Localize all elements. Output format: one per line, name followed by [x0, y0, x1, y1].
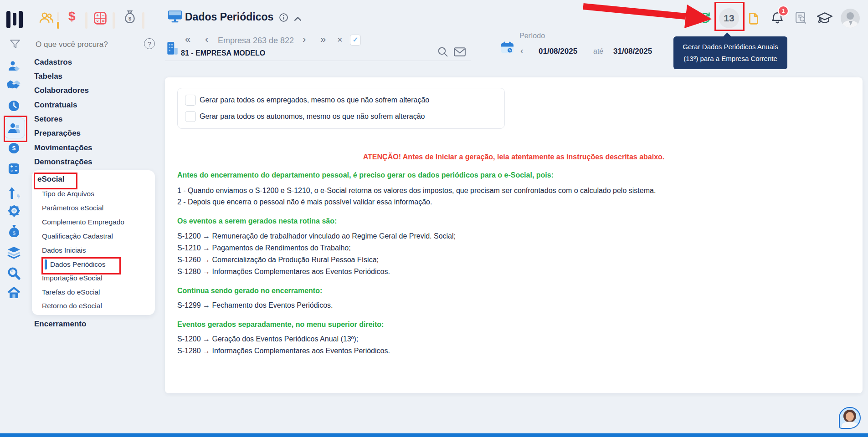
submenu-item-dados-iniciais[interactable]: Dados Iniciais — [42, 246, 86, 254]
logo-bar — [13, 13, 16, 25]
app-logo[interactable] — [6, 11, 27, 29]
graduation-cap-icon[interactable] — [817, 12, 832, 25]
sidebar-item-colaboradores[interactable]: Colaboradores — [34, 86, 89, 95]
info-icon[interactable] — [279, 13, 288, 24]
chat-assistant-avatar[interactable] — [839, 407, 861, 429]
divider — [142, 12, 144, 29]
section-line: S-1280 → Informações Complementares aos … — [177, 347, 390, 355]
attention-notice: ATENÇÃO! Antes de Iniciar a geração, lei… — [165, 153, 863, 161]
company-last-button[interactable]: » — [320, 35, 325, 45]
company-name: 81 - EMPRESA MODELO — [181, 49, 265, 57]
divider — [85, 12, 87, 29]
company-next-button[interactable]: › — [303, 35, 306, 45]
period-separator: até — [593, 47, 603, 56]
main-content-card: Gerar para todos os empregados, mesmo os… — [165, 77, 863, 393]
svg-text:$: $ — [12, 145, 16, 152]
app-window: $ +−×= $ ? $ +−×= % $ — [0, 0, 868, 437]
money-bag-blue-icon[interactable]: $ — [8, 224, 20, 239]
submenu-item-complemento-empregado[interactable]: Complemento Empregado — [42, 218, 124, 226]
company-search-icon[interactable] — [437, 46, 448, 59]
sidebar-item-contratuais[interactable]: Contratuais — [34, 101, 77, 110]
sidebar-item-tabelas[interactable]: Tabelas — [34, 72, 62, 81]
company-prev-button[interactable]: ‹ — [205, 35, 208, 45]
collapse-chevron-icon[interactable] — [294, 15, 302, 23]
sidebar-item-cadastros[interactable]: Cadastros — [34, 58, 72, 67]
checkbox-all-autonomous[interactable] — [185, 111, 196, 122]
monitor-icon — [168, 10, 182, 25]
sidebar-item-demonstracoes[interactable]: Demonstrações — [34, 158, 92, 167]
dollar-circle-icon[interactable]: $ — [8, 142, 20, 156]
help-icon[interactable]: ? — [144, 38, 155, 49]
bottom-bar — [0, 433, 868, 437]
submenu-item-qualificacao-cadastral[interactable]: Qualificação Cadastral — [42, 232, 113, 240]
annotation-box-dados-periodicos — [41, 257, 121, 274]
svg-text:×: × — [96, 19, 99, 24]
growth-percent-icon[interactable]: % — [8, 186, 20, 201]
checkbox-all-autonomous-label: Gerar para todos os autonomos, mesmo os … — [200, 112, 425, 121]
submenu-item-retorno-do-esocial[interactable]: Retorno do eSocial — [42, 302, 102, 310]
calculator-red-icon[interactable]: +−×= — [94, 12, 107, 26]
section-heading: Eventos gerados separadamente, no menu s… — [177, 320, 384, 329]
clock-icon[interactable] — [8, 100, 20, 114]
submenu-item-parametros-esocial[interactable]: Parâmetros eSocial — [42, 204, 103, 212]
notification-badge: 1 — [778, 5, 789, 16]
company-divider — [165, 61, 471, 61]
checkbox-all-employees[interactable] — [185, 95, 196, 106]
period-start-date[interactable]: 01/08/2025 — [539, 47, 577, 56]
period-end-date[interactable]: 31/08/2025 — [613, 47, 652, 56]
sidebar-item-encerramento[interactable]: Encerramento — [34, 320, 86, 329]
divider — [57, 12, 59, 21]
handshake-icon[interactable] — [6, 79, 21, 91]
submenu-item-tarefas-do-esocial[interactable]: Tarefas do eSocial — [42, 288, 100, 296]
team-icon[interactable] — [39, 12, 54, 25]
section-heading: Continua sendo gerado no encerramento: — [177, 287, 322, 295]
section-line: S-1200 → Geração dos Eventos Periódicos … — [177, 335, 358, 343]
section-line: S-1210 → Pagamentos de Rendimentos do Tr… — [177, 244, 351, 252]
avatar-head — [847, 12, 854, 20]
company-close-icon[interactable]: × — [337, 35, 343, 44]
layers-icon[interactable] — [7, 246, 21, 260]
envelope-icon[interactable] — [454, 47, 466, 58]
svg-text:%: % — [17, 193, 20, 199]
gear-plus-icon[interactable] — [8, 204, 21, 219]
page-title: Dados Periódicos — [185, 11, 273, 23]
user-avatar[interactable] — [841, 9, 860, 28]
refresh-icon[interactable] — [699, 12, 711, 26]
magnifier-blue-icon[interactable] — [7, 267, 21, 282]
calculator-blue-icon[interactable]: +−×= — [8, 163, 20, 177]
section-line: S-1280 → Informações Complementares aos … — [177, 268, 390, 276]
section-line: S-1299 → Fechamento dos Eventos Periódic… — [177, 301, 333, 310]
document-search-icon[interactable] — [795, 11, 806, 26]
submenu-item-importacao-esocial[interactable]: Importação eSocial — [42, 274, 103, 282]
search-input[interactable] — [35, 38, 137, 51]
section-line: 1 - Quando enviamos o S-1200 e S-1210, o… — [177, 187, 656, 195]
payroll-dollar-icon[interactable]: $ — [68, 9, 76, 24]
home-icon[interactable] — [7, 287, 21, 301]
calendar-icon — [500, 41, 514, 56]
copy-file-icon[interactable] — [747, 11, 760, 27]
annotation-box-people-icon — [4, 116, 27, 142]
money-bag-gray-icon[interactable]: $ — [124, 10, 136, 25]
svg-text:×: × — [10, 168, 13, 173]
company-filter-checkbox[interactable]: ✓ — [350, 35, 361, 46]
sidebar-item-setores[interactable]: Setores — [34, 115, 62, 124]
company-first-button[interactable]: « — [185, 35, 190, 45]
building-icon — [166, 41, 179, 57]
section-heading: Os eventos a serem gerados nesta rotina … — [177, 217, 337, 225]
company-nav-label: Empresa 263 de 822 — [218, 36, 294, 46]
active-tab-indicator — [57, 22, 59, 29]
user-settings-icon[interactable] — [7, 60, 20, 74]
period-prev-button[interactable]: ‹ — [520, 46, 524, 55]
submenu-item-tipo-de-arquivos[interactable]: Tipo de Arquivos — [42, 190, 94, 198]
period-label: Período — [519, 32, 545, 40]
assistant-shirt — [842, 422, 858, 429]
sidebar-item-preparacoes[interactable]: Preparações — [34, 129, 81, 138]
assistant-face — [846, 412, 854, 421]
filter-icon[interactable] — [9, 38, 21, 52]
section-line: S-1260 → Comercialização da Produção Rur… — [177, 256, 379, 264]
svg-text:$: $ — [128, 16, 131, 21]
generation-options-panel: Gerar para todos os empregados, mesmo os… — [177, 88, 505, 129]
sidebar-item-movimentacoes[interactable]: Movimentações — [34, 143, 92, 152]
svg-text:+: + — [96, 13, 99, 18]
svg-text:=: = — [15, 168, 18, 173]
